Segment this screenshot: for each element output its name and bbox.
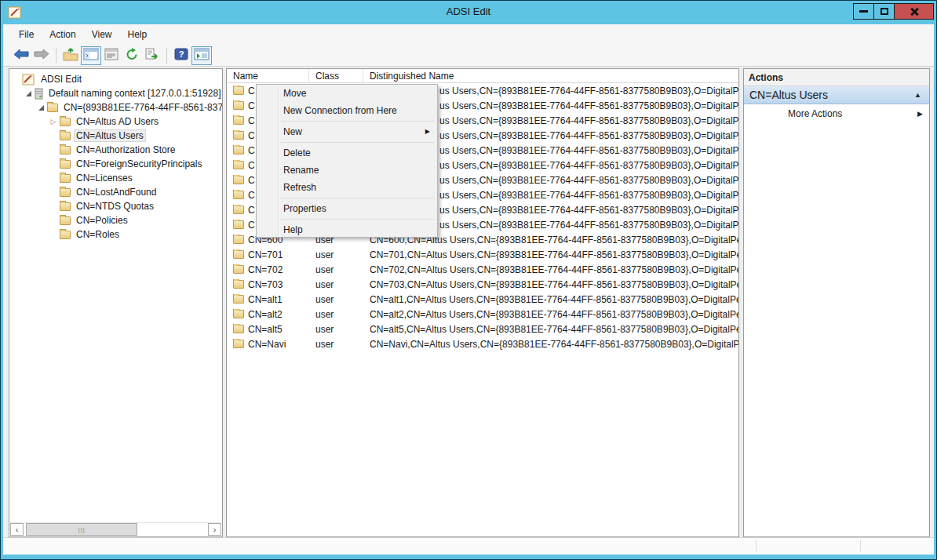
- actions-pane-title: Actions: [744, 69, 929, 86]
- more-actions-item[interactable]: More Actions ▶: [744, 104, 929, 123]
- tree-item-cn-roles[interactable]: CN=Roles: [9, 227, 222, 242]
- row-dn-fragment: us Users,CN={893B81EE-7764-44FF-8561-837…: [439, 220, 738, 231]
- folder-icon: [233, 191, 244, 199]
- table-row[interactable]: CN=701userCN=701,CN=Altus Users,CN={893B…: [227, 247, 738, 262]
- menubar-item-action[interactable]: Action: [42, 24, 83, 45]
- row-dn-cell: CN=alt2,CN=Altus Users,CN={893B81EE-7764…: [363, 309, 738, 320]
- row-dn-cell: CN=Navi,CN=Altus Users,CN={893B81EE-7764…: [363, 339, 738, 350]
- table-row[interactable]: CN=alt2userCN=alt2,CN=Altus Users,CN={89…: [227, 307, 738, 322]
- scroll-right-button[interactable]: ›: [208, 523, 221, 536]
- context-menu: MoveNew Connection from HereNew▶DeleteRe…: [256, 84, 438, 238]
- context-menu-item-label: Rename: [283, 165, 319, 176]
- row-name: C: [248, 85, 255, 96]
- context-menu-item-new[interactable]: New▶: [257, 123, 437, 140]
- menu-bar: FileActionViewHelp: [3, 24, 934, 45]
- svg-text:?: ?: [179, 49, 184, 59]
- folder-icon: [233, 205, 244, 214]
- minimize-button[interactable]: [853, 3, 874, 20]
- row-name: CN=701: [248, 249, 283, 260]
- help-button[interactable]: ?: [171, 46, 191, 65]
- title-bar: ADSI Edit: [1, 1, 936, 24]
- back-button[interactable]: [11, 46, 31, 65]
- row-name-cell: CN=701: [227, 249, 309, 260]
- row-name-cell: CN=Navi: [227, 339, 309, 350]
- tree-horizontal-scrollbar[interactable]: ‹ ||| ›: [10, 522, 221, 536]
- context-menu-item-delete[interactable]: Delete: [257, 144, 437, 162]
- row-name: CN=703: [248, 279, 283, 290]
- row-name: CN=alt1: [248, 294, 283, 305]
- folder-icon: [233, 280, 244, 289]
- context-menu-item-properties[interactable]: Properties: [257, 200, 437, 217]
- table-row[interactable]: CN=alt5userCN=alt5,CN=Altus Users,CN={89…: [227, 322, 738, 336]
- tree-item-cn-altus-ad-users[interactable]: ▷CN=Altus AD Users: [9, 115, 222, 129]
- table-row[interactable]: CN=NaviuserCN=Navi,CN=Altus Users,CN={89…: [227, 336, 738, 351]
- export-list-button[interactable]: [142, 46, 162, 65]
- up-one-level-button[interactable]: [60, 46, 81, 65]
- scroll-left-button[interactable]: ‹: [10, 523, 24, 536]
- tree-item-default-naming-context-127-0-0-1-51928-[interactable]: Default naming context [127.0.0.1:51928]: [9, 86, 222, 100]
- row-name-cell: CN=703: [227, 279, 309, 290]
- tree-item-label: CN=Altus Users: [74, 129, 146, 142]
- folder-icon: [60, 188, 71, 197]
- table-row[interactable]: CN=703userCN=703,CN=Altus Users,CN={893B…: [227, 277, 738, 292]
- folder-icon: [60, 202, 71, 211]
- expander-expanded-icon[interactable]: [24, 91, 33, 96]
- scrollbar-thumb[interactable]: |||: [26, 523, 137, 536]
- console-tree: ADSI EditDefault naming context [127.0.0…: [9, 70, 222, 522]
- row-name: CN=Navi: [248, 339, 286, 350]
- tree-item-cn-lostandfound[interactable]: CN=LostAndFound: [9, 185, 222, 199]
- scroll-left-icon: ‹: [16, 525, 19, 534]
- folder-icon: [233, 116, 244, 125]
- actions-section-header[interactable]: CN=Altus Users ▲: [744, 86, 929, 104]
- tree-item-label: CN={893B81EE-7764-44FF-8561-8377580B9B03…: [61, 101, 222, 114]
- context-menu-item-move[interactable]: Move: [257, 85, 437, 102]
- row-class-cell: user: [309, 264, 363, 275]
- tree-item-cn-authorization-store[interactable]: CN=Authorization Store: [9, 143, 222, 157]
- forward-button[interactable]: [31, 46, 52, 65]
- folder-icon: [233, 235, 244, 244]
- column-header-name[interactable]: Name: [227, 69, 309, 82]
- collapse-arrow-icon[interactable]: ▲: [914, 91, 929, 99]
- row-name: C: [248, 205, 255, 216]
- tree-item-cn-altus-users[interactable]: CN=Altus Users: [9, 129, 222, 143]
- table-row[interactable]: CN=702userCN=702,CN=Altus Users,CN={893B…: [227, 262, 738, 277]
- show-action-pane-button[interactable]: [191, 46, 212, 65]
- scroll-right-icon: ›: [213, 525, 217, 534]
- close-button[interactable]: [894, 3, 934, 20]
- context-menu-item-new-connection-from-here[interactable]: New Connection from Here: [257, 102, 437, 119]
- properties-button[interactable]: [101, 46, 122, 65]
- tree-item-cn-licenses[interactable]: CN=Licenses: [9, 171, 222, 185]
- maximize-icon: [880, 8, 888, 15]
- menubar-item-file[interactable]: File: [11, 24, 42, 45]
- tree-item-label: CN=Roles: [74, 228, 122, 241]
- context-menu-item-rename[interactable]: Rename: [257, 162, 437, 179]
- expander-collapsed-icon[interactable]: ▷: [49, 118, 58, 125]
- context-menu-item-label: New Connection from Here: [283, 105, 397, 116]
- column-header-distinguished-name[interactable]: Distinguished Name: [363, 69, 738, 82]
- column-header-class[interactable]: Class: [309, 69, 363, 82]
- maximize-button[interactable]: [873, 3, 895, 20]
- tree-item-cn-893b81ee-7764-44ff-8561-8377580b9b03-[interactable]: CN={893B81EE-7764-44FF-8561-8377580B9B03…: [9, 100, 222, 115]
- refresh-button[interactable]: [122, 46, 142, 65]
- folder-icon: [60, 132, 71, 140]
- close-icon: [910, 7, 919, 16]
- forward-icon: [34, 49, 49, 62]
- folder-icon: [233, 340, 244, 348]
- tree-item-cn-policies[interactable]: CN=Policies: [9, 213, 222, 227]
- menubar-item-view[interactable]: View: [84, 24, 120, 45]
- menubar-item-help[interactable]: Help: [120, 24, 155, 45]
- status-bar: [3, 537, 934, 555]
- show-console-tree-button[interactable]: [81, 46, 101, 65]
- context-menu-item-label: Refresh: [283, 182, 316, 193]
- row-class-cell: user: [309, 324, 363, 335]
- context-menu-item-refresh[interactable]: Refresh: [257, 179, 437, 196]
- row-dn-fragment: us Users,CN={893B81EE-7764-44FF-8561-837…: [439, 85, 738, 96]
- tree-item-cn-foreignsecurityprincipals[interactable]: CN=ForeignSecurityPrincipals: [9, 157, 222, 171]
- context-menu-item-help[interactable]: Help: [257, 221, 437, 238]
- window-title: ADSI Edit: [1, 5, 936, 17]
- folder-icon: [233, 161, 244, 169]
- tree-item-cn-ntds-quotas[interactable]: CN=NTDS Quotas: [9, 199, 222, 213]
- expander-expanded-icon[interactable]: [36, 105, 46, 111]
- table-row[interactable]: CN=alt1userCN=alt1,CN=Altus Users,CN={89…: [227, 292, 738, 307]
- tree-item-adsi-edit[interactable]: ADSI Edit: [9, 72, 222, 86]
